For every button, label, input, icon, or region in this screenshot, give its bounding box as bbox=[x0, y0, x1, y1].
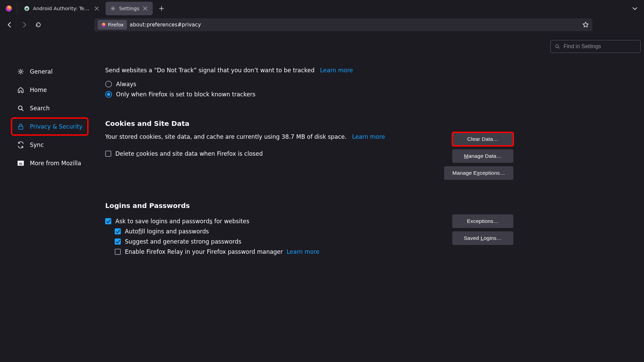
dnt-always-radio[interactable] bbox=[105, 81, 112, 88]
tab-settings[interactable]: Settings bbox=[106, 2, 153, 15]
svg-point-3 bbox=[112, 8, 114, 9]
sidebar-item-search[interactable]: Search bbox=[12, 100, 88, 117]
close-icon[interactable] bbox=[143, 6, 148, 11]
identity-label: Firefox bbox=[108, 22, 124, 27]
svg-rect-7 bbox=[19, 126, 23, 129]
suggest-passwords-checkbox[interactable] bbox=[115, 239, 121, 245]
svg-point-2 bbox=[26, 8, 28, 10]
mozilla-icon: m bbox=[17, 159, 24, 167]
sidebar-item-label: Search bbox=[30, 105, 50, 112]
bookmark-star-icon[interactable] bbox=[582, 21, 589, 28]
sidebar-item-label: Sync bbox=[30, 141, 44, 148]
settings-search-input[interactable] bbox=[564, 43, 636, 50]
dnt-intro-text: Send websites a “Do Not Track” signal th… bbox=[105, 67, 315, 74]
saved-logins-button[interactable]: Saved Logins… bbox=[452, 231, 513, 245]
nav-toolbar: Firefox about:preferences#privacy bbox=[0, 17, 644, 33]
autofill-label: Autofill logins and passwords bbox=[125, 228, 209, 235]
search-icon bbox=[17, 104, 24, 112]
sidebar-item-label: More from Mozilla bbox=[30, 160, 81, 167]
manage-data-button[interactable]: Manage Data… bbox=[452, 149, 513, 163]
svg-point-0 bbox=[6, 5, 12, 12]
back-button[interactable] bbox=[4, 19, 16, 31]
settings-sidebar: General Home Search Privacy & Security S… bbox=[0, 33, 102, 362]
svg-point-4 bbox=[101, 23, 106, 27]
tab-android-authority[interactable]: Android Authority: Tech Reviews bbox=[19, 2, 104, 15]
sync-icon bbox=[17, 141, 24, 149]
relay-checkbox[interactable] bbox=[115, 249, 121, 255]
dnt-always-label: Always bbox=[116, 81, 136, 88]
cookies-desc-text: Your stored cookies, site data, and cach… bbox=[105, 133, 346, 140]
delete-on-close-checkbox[interactable] bbox=[105, 151, 111, 157]
relay-label: Enable Firefox Relay in your Firefox pas… bbox=[125, 248, 320, 255]
manage-exceptions-button[interactable]: Manage Exceptions… bbox=[444, 166, 513, 180]
sidebar-item-more-mozilla[interactable]: m More from Mozilla bbox=[12, 155, 88, 172]
identity-badge[interactable]: Firefox bbox=[98, 20, 127, 30]
dnt-only-when-label: Only when Firefox is set to block known … bbox=[116, 91, 255, 98]
reload-button[interactable] bbox=[33, 19, 44, 31]
dnt-section: Send websites a “Do Not Track” signal th… bbox=[105, 66, 513, 98]
dnt-learn-more-link[interactable]: Learn more bbox=[320, 67, 353, 74]
url-text: about:preferences#privacy bbox=[130, 22, 201, 28]
sidebar-item-sync[interactable]: Sync bbox=[12, 136, 88, 153]
delete-on-close-label: Delete cookies and site data when Firefo… bbox=[115, 150, 263, 157]
sidebar-item-privacy[interactable]: Privacy & Security bbox=[12, 118, 88, 135]
gear-icon bbox=[17, 68, 24, 75]
sidebar-item-label: Privacy & Security bbox=[30, 123, 82, 130]
svg-point-5 bbox=[20, 71, 22, 73]
sidebar-item-home[interactable]: Home bbox=[12, 81, 88, 98]
new-tab-button[interactable] bbox=[156, 3, 167, 14]
relay-learn-more-link[interactable]: Learn more bbox=[287, 248, 320, 255]
dnt-only-when-radio[interactable] bbox=[105, 91, 112, 98]
sidebar-item-label: General bbox=[30, 68, 53, 75]
gear-icon bbox=[110, 6, 116, 11]
logins-exceptions-button[interactable]: Exceptions… bbox=[452, 214, 513, 228]
svg-point-10 bbox=[555, 44, 558, 47]
clear-data-button[interactable]: Clear Data… bbox=[452, 132, 513, 146]
logins-title: Logins and Passwords bbox=[105, 202, 513, 210]
ask-save-logins-label: Ask to save logins and passwords for web… bbox=[115, 218, 249, 225]
settings-search[interactable] bbox=[550, 40, 641, 53]
lock-icon bbox=[17, 123, 24, 130]
sidebar-item-label: Home bbox=[30, 87, 47, 93]
site-favicon-icon bbox=[24, 6, 30, 11]
suggest-passwords-label: Suggest and generate strong passwords bbox=[125, 238, 241, 245]
tab-strip: Android Authority: Tech Reviews Settings bbox=[0, 0, 644, 17]
cookies-title: Cookies and Site Data bbox=[105, 119, 513, 128]
autofill-checkbox[interactable] bbox=[115, 228, 121, 234]
tabs-overflow-button[interactable] bbox=[630, 3, 640, 14]
cookies-learn-more-link[interactable]: Learn more bbox=[352, 133, 385, 140]
cookies-section: Cookies and Site Data Your stored cookie… bbox=[105, 119, 513, 180]
home-icon bbox=[17, 86, 24, 94]
logins-section: Logins and Passwords Ask to save logins … bbox=[105, 202, 513, 259]
url-bar[interactable]: Firefox about:preferences#privacy bbox=[94, 18, 592, 31]
ask-save-logins-checkbox[interactable] bbox=[105, 218, 111, 224]
settings-main: Send websites a “Do Not Track” signal th… bbox=[102, 33, 644, 362]
firefox-logo-icon bbox=[5, 4, 13, 13]
forward-button[interactable] bbox=[18, 19, 30, 31]
tab-label: Android Authority: Tech Reviews bbox=[33, 6, 91, 11]
close-icon[interactable] bbox=[94, 6, 99, 11]
sidebar-item-general[interactable]: General bbox=[12, 63, 88, 80]
tab-label: Settings bbox=[119, 6, 139, 11]
svg-text:m: m bbox=[19, 161, 22, 166]
